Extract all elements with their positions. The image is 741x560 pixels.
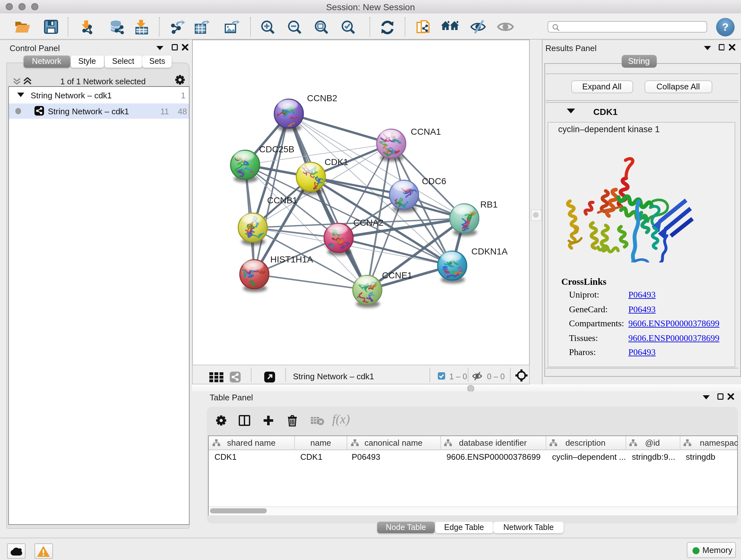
svg-text:CCNB1: CCNB1	[267, 195, 297, 205]
svg-text:CCNB2: CCNB2	[307, 93, 337, 103]
svg-text:CCNE1: CCNE1	[382, 270, 412, 280]
svg-text:CDC6: CDC6	[422, 176, 446, 186]
svg-text:CDKN1A: CDKN1A	[471, 246, 508, 256]
svg-text:RB1: RB1	[480, 199, 497, 209]
svg-text:HIST1H1A: HIST1H1A	[270, 254, 313, 264]
svg-text:CDK1: CDK1	[325, 157, 348, 167]
svg-text:CDC25B: CDC25B	[259, 144, 294, 154]
svg-text:CCNA1: CCNA1	[411, 127, 441, 137]
svg-text:CCNA2: CCNA2	[353, 218, 384, 228]
